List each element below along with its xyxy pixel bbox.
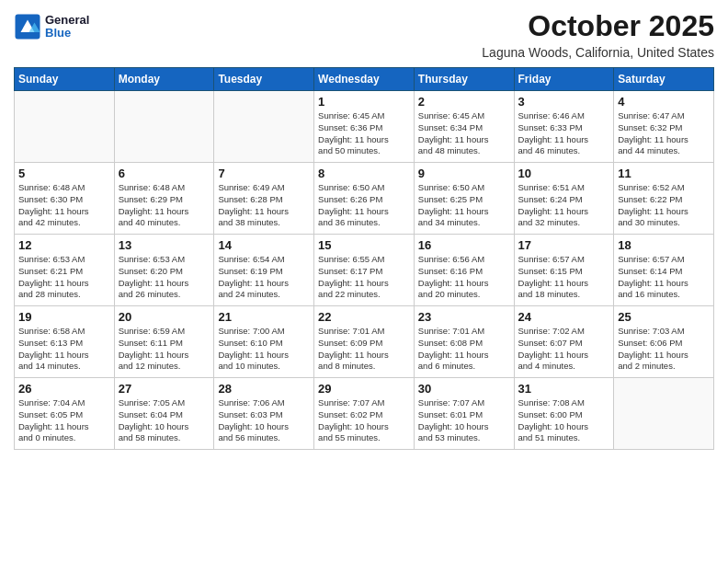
- day-number: 9: [418, 167, 510, 180]
- day-number: 21: [218, 310, 310, 324]
- week-row-4: 19Sunrise: 6:58 AM Sunset: 6:13 PM Dayli…: [15, 306, 714, 378]
- day-info: Sunrise: 7:00 AM Sunset: 6:10 PM Dayligh…: [218, 326, 310, 373]
- day-number: 24: [518, 310, 610, 324]
- day-info: Sunrise: 6:55 AM Sunset: 6:17 PM Dayligh…: [318, 254, 410, 301]
- day-info: Sunrise: 7:07 AM Sunset: 6:01 PM Dayligh…: [418, 397, 510, 444]
- page: General Blue October 2025 Laguna Woods, …: [0, 0, 728, 563]
- day-number: 22: [318, 310, 410, 324]
- calendar-cell: 15Sunrise: 6:55 AM Sunset: 6:17 PM Dayli…: [314, 235, 415, 306]
- calendar-cell: 19Sunrise: 6:58 AM Sunset: 6:13 PM Dayli…: [15, 306, 115, 378]
- day-info: Sunrise: 7:05 AM Sunset: 6:04 PM Dayligh…: [119, 397, 210, 444]
- calendar-cell: 14Sunrise: 6:54 AM Sunset: 6:19 PM Dayli…: [214, 235, 314, 306]
- calendar-cell: 27Sunrise: 7:05 AM Sunset: 6:04 PM Dayli…: [114, 378, 214, 450]
- day-info: Sunrise: 6:54 AM Sunset: 6:19 PM Dayligh…: [218, 254, 310, 301]
- day-info: Sunrise: 7:01 AM Sunset: 6:09 PM Dayligh…: [318, 326, 410, 373]
- weekday-thursday: Thursday: [414, 68, 514, 91]
- week-row-5: 26Sunrise: 7:04 AM Sunset: 6:05 PM Dayli…: [15, 378, 714, 450]
- calendar-cell: 25Sunrise: 7:03 AM Sunset: 6:06 PM Dayli…: [614, 306, 714, 378]
- weekday-wednesday: Wednesday: [314, 68, 415, 91]
- calendar-cell: 8Sunrise: 6:50 AM Sunset: 6:26 PM Daylig…: [314, 163, 415, 235]
- week-row-3: 12Sunrise: 6:53 AM Sunset: 6:21 PM Dayli…: [15, 235, 714, 306]
- calendar-cell: 21Sunrise: 7:00 AM Sunset: 6:10 PM Dayli…: [214, 306, 314, 378]
- title-block: October 2025 Laguna Woods, California, U…: [482, 9, 714, 60]
- calendar: SundayMondayTuesdayWednesdayThursdayFrid…: [14, 67, 714, 450]
- calendar-cell: 28Sunrise: 7:06 AM Sunset: 6:03 PM Dayli…: [214, 378, 314, 450]
- logo-blue: Blue: [45, 27, 89, 40]
- day-number: 15: [318, 238, 410, 252]
- day-number: 11: [618, 167, 710, 180]
- calendar-cell: 22Sunrise: 7:01 AM Sunset: 6:09 PM Dayli…: [314, 306, 415, 378]
- day-info: Sunrise: 6:45 AM Sunset: 6:34 PM Dayligh…: [418, 110, 510, 157]
- calendar-cell: 16Sunrise: 6:56 AM Sunset: 6:16 PM Dayli…: [414, 235, 514, 306]
- calendar-cell: 1Sunrise: 6:45 AM Sunset: 6:36 PM Daylig…: [314, 91, 415, 163]
- day-info: Sunrise: 7:06 AM Sunset: 6:03 PM Dayligh…: [218, 397, 310, 444]
- logo: General Blue: [14, 13, 89, 40]
- calendar-cell: 4Sunrise: 6:47 AM Sunset: 6:32 PM Daylig…: [614, 91, 714, 163]
- calendar-cell: 11Sunrise: 6:52 AM Sunset: 6:22 PM Dayli…: [614, 163, 714, 235]
- calendar-cell: 23Sunrise: 7:01 AM Sunset: 6:08 PM Dayli…: [414, 306, 514, 378]
- calendar-cell: [15, 91, 115, 163]
- day-info: Sunrise: 6:46 AM Sunset: 6:33 PM Dayligh…: [518, 110, 610, 157]
- day-info: Sunrise: 6:49 AM Sunset: 6:28 PM Dayligh…: [218, 182, 310, 229]
- day-info: Sunrise: 7:08 AM Sunset: 6:00 PM Dayligh…: [518, 397, 610, 444]
- calendar-cell: 30Sunrise: 7:07 AM Sunset: 6:01 PM Dayli…: [414, 378, 514, 450]
- calendar-cell: 2Sunrise: 6:45 AM Sunset: 6:34 PM Daylig…: [414, 91, 514, 163]
- day-number: 26: [18, 382, 110, 396]
- day-info: Sunrise: 6:47 AM Sunset: 6:32 PM Dayligh…: [618, 110, 710, 157]
- day-number: 25: [618, 310, 710, 324]
- day-number: 13: [119, 238, 210, 252]
- day-info: Sunrise: 6:58 AM Sunset: 6:13 PM Dayligh…: [18, 326, 110, 373]
- logo-icon: [14, 13, 41, 40]
- day-info: Sunrise: 6:53 AM Sunset: 6:21 PM Dayligh…: [18, 254, 110, 301]
- calendar-cell: 12Sunrise: 6:53 AM Sunset: 6:21 PM Dayli…: [15, 235, 115, 306]
- day-number: 30: [418, 382, 510, 396]
- week-row-2: 5Sunrise: 6:48 AM Sunset: 6:30 PM Daylig…: [15, 163, 714, 235]
- day-number: 23: [418, 310, 510, 324]
- day-number: 2: [418, 95, 510, 109]
- calendar-cell: [114, 91, 214, 163]
- day-number: 3: [518, 95, 610, 109]
- calendar-cell: 24Sunrise: 7:02 AM Sunset: 6:07 PM Dayli…: [514, 306, 614, 378]
- calendar-cell: 10Sunrise: 6:51 AM Sunset: 6:24 PM Dayli…: [514, 163, 614, 235]
- calendar-cell: [614, 378, 714, 450]
- calendar-cell: 29Sunrise: 7:07 AM Sunset: 6:02 PM Dayli…: [314, 378, 415, 450]
- day-number: 20: [119, 310, 210, 324]
- day-info: Sunrise: 6:56 AM Sunset: 6:16 PM Dayligh…: [418, 254, 510, 301]
- logo-text: General Blue: [45, 14, 89, 40]
- day-info: Sunrise: 7:02 AM Sunset: 6:07 PM Dayligh…: [518, 326, 610, 373]
- day-number: 29: [318, 382, 410, 396]
- weekday-monday: Monday: [114, 68, 214, 91]
- weekday-header-row: SundayMondayTuesdayWednesdayThursdayFrid…: [15, 68, 714, 91]
- day-number: 17: [518, 238, 610, 252]
- day-info: Sunrise: 6:50 AM Sunset: 6:25 PM Dayligh…: [418, 182, 510, 229]
- header: General Blue October 2025 Laguna Woods, …: [14, 9, 714, 60]
- day-info: Sunrise: 6:53 AM Sunset: 6:20 PM Dayligh…: [119, 254, 210, 301]
- day-number: 31: [518, 382, 610, 396]
- day-number: 14: [218, 238, 310, 252]
- calendar-cell: 20Sunrise: 6:59 AM Sunset: 6:11 PM Dayli…: [114, 306, 214, 378]
- calendar-cell: 9Sunrise: 6:50 AM Sunset: 6:25 PM Daylig…: [414, 163, 514, 235]
- weekday-friday: Friday: [514, 68, 614, 91]
- day-number: 6: [119, 167, 210, 180]
- day-info: Sunrise: 6:51 AM Sunset: 6:24 PM Dayligh…: [518, 182, 610, 229]
- day-info: Sunrise: 7:07 AM Sunset: 6:02 PM Dayligh…: [318, 397, 410, 444]
- calendar-cell: 17Sunrise: 6:57 AM Sunset: 6:15 PM Dayli…: [514, 235, 614, 306]
- day-info: Sunrise: 6:52 AM Sunset: 6:22 PM Dayligh…: [618, 182, 710, 229]
- day-number: 4: [618, 95, 710, 109]
- calendar-cell: 26Sunrise: 7:04 AM Sunset: 6:05 PM Dayli…: [15, 378, 115, 450]
- day-number: 7: [218, 167, 310, 180]
- weekday-saturday: Saturday: [614, 68, 714, 91]
- day-number: 19: [18, 310, 110, 324]
- day-number: 16: [418, 238, 510, 252]
- day-number: 12: [18, 238, 110, 252]
- location: Laguna Woods, California, United States: [482, 45, 714, 60]
- day-info: Sunrise: 6:57 AM Sunset: 6:15 PM Dayligh…: [518, 254, 610, 301]
- day-number: 28: [218, 382, 310, 396]
- month-title: October 2025: [482, 9, 714, 43]
- calendar-cell: 5Sunrise: 6:48 AM Sunset: 6:30 PM Daylig…: [15, 163, 115, 235]
- week-row-1: 1Sunrise: 6:45 AM Sunset: 6:36 PM Daylig…: [15, 91, 714, 163]
- weekday-sunday: Sunday: [15, 68, 115, 91]
- day-number: 10: [518, 167, 610, 180]
- day-info: Sunrise: 7:04 AM Sunset: 6:05 PM Dayligh…: [18, 397, 110, 444]
- day-info: Sunrise: 6:48 AM Sunset: 6:29 PM Dayligh…: [119, 182, 210, 229]
